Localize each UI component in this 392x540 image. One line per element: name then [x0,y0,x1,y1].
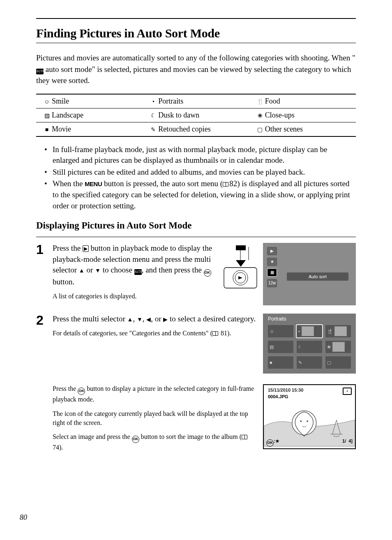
intro-paragraph: Pictures and movies are automatically so… [36,52,356,86]
food-icon: 🍴 [257,98,263,105]
screen3-datetime: 15/11/2010 15:30 [268,388,303,392]
svg-marker-5 [236,260,246,267]
svg-point-8 [307,420,308,422]
down-arrow-icon: ▼ [95,267,101,275]
step-2-note: For details of categories, see "Categori… [53,329,257,338]
menu-autosort-icon: ▦ [267,268,277,277]
menu-playback-icon: ▶ [267,247,277,255]
cat-cell: ☾Dusk to dawn [143,108,249,122]
page-number: 80 [20,513,27,522]
down-arrow-icon: ▼ [137,316,143,324]
grid-cell-smile: ☺ [268,325,293,337]
step-2-text: Press the multi selector ▲, ▼, ◀, or ▶ t… [53,314,257,338]
cat-label: Smile [52,97,69,105]
landscape-icon: ▨ [44,112,50,119]
subheading: Displaying Pictures in Auto Sort Mode [36,220,356,231]
svg-point-7 [300,420,302,422]
grid-cell-other: ▢ [325,356,351,369]
step-2: 2 Press the multi selector ▲, ▼, ◀, or ▶… [36,314,356,452]
book-icon [223,182,228,187]
ok-button-icon: OK [132,436,139,443]
step-1: 1 Press the ▶ button in playback mode to… [36,243,356,305]
svg-point-6 [292,411,316,435]
other-scenes-icon: ▢ [257,126,263,133]
cat-cell: ❀Close-ups [249,108,356,122]
intro-text-a: Pictures and movies are automatically so… [36,53,355,62]
right-arrow-icon: ▶ [163,316,168,324]
cat-cell: 🍴Food [249,94,356,108]
rule-top [36,18,356,19]
bullet-list: In full-frame playback mode, just as wit… [44,144,356,212]
up-arrow-icon: ▲ [127,316,133,324]
step-2-detail: Press the OK button to display a picture… [53,384,257,452]
screen2-title: Portraits [268,316,286,322]
category-table: ☺Smile •Portraits 🍴Food ▨Landscape ☾Dusk… [36,94,356,137]
screen-mock-playback: 15/11/2010 15:30 0004.JPG • OK:★ 1/ 4] [263,384,356,449]
playback-button-icon: ▶ [83,245,89,252]
cat-label: Close-ups [265,111,295,119]
bullet-item: Still pictures can be edited and added t… [44,167,356,178]
left-arrow-icon: ◀ [146,316,151,324]
cat-cell: ▨Landscape [36,108,143,122]
retouched-icon: ✎ [150,126,157,133]
smile-icon: ☺ [44,99,50,105]
menu-resolution-icon: 12м [267,279,277,287]
portraits-icon: • [150,99,157,105]
grid-cell-dusk: ☾ [297,341,322,353]
category-badge-icon: • [343,388,352,395]
svg-rect-4 [236,245,246,250]
cat-label: Food [265,97,280,105]
book-icon [212,331,218,336]
step-number: 1 [36,243,53,305]
cat-label: Movie [52,125,71,133]
cat-label: Other scenes [265,125,303,133]
screen-mock-categories: Portraits ☺ • 🍴 ▨ ☾ ❀ ■ ✎ ▢ [263,314,356,374]
page-ref: 82 [229,179,237,188]
bullet-item: In full-frame playback mode, just as wit… [44,144,356,166]
cat-cell: ▢Other scenes [249,122,356,136]
ok-button-icon: OK [78,388,85,395]
cat-cell: •Portraits [143,94,249,108]
cat-cell: ☺Smile [36,94,143,108]
movie-icon: ■ [44,127,50,133]
press-button-diagram [224,243,257,289]
cat-cell: ✎Retouched copies [143,122,249,136]
screen3-ok-hint: OK:★ [266,438,279,447]
svg-marker-3 [238,276,242,279]
manual-page: Finding Pictures in Auto Sort Mode Pictu… [0,0,392,540]
closeups-icon: ❀ [257,112,263,119]
grid-cell-food: 🍴 [325,325,351,337]
screen3-counter: 4] [348,438,353,443]
cat-label: Portraits [158,97,183,105]
menu-button-label: MENU [85,180,102,187]
screen-mock-menu: ▶ ★ ▦ 12м Auto sort [263,243,356,305]
grid-cell-landscape: ▨ [268,341,293,353]
dusk-icon: ☾ [150,112,157,119]
ok-button-icon: OK [204,269,211,277]
grid-cell-movie: ■ [268,356,293,369]
menu-favorite-icon: ★ [267,258,277,266]
cat-label: Landscape [52,111,83,119]
up-arrow-icon: ▲ [79,267,85,275]
auto-sort-mode-icon: AUTO [134,269,142,275]
rule-sub [36,237,356,237]
grid-cell-retouched: ✎ [297,356,322,369]
step-1-text: Press the ▶ button in playback mode to d… [53,243,218,301]
grid-cell-portraits: • [297,325,322,337]
intro-text-b: auto sort mode" is selected, pictures an… [36,65,351,85]
screen3-index: 1/ [342,438,346,443]
step-number: 2 [36,314,53,452]
page-title: Finding Pictures in Auto Sort Mode [36,26,356,40]
bullet-item: When the MENU button is pressed, the aut… [44,178,356,211]
cat-label: Retouched copies [158,125,210,133]
screen-menu-label: Auto sort [287,272,348,281]
step-1-note: A list of categories is displayed. [53,292,218,301]
rule-bottom [36,43,356,43]
book-icon [242,435,247,439]
cat-label: Dusk to dawn [158,111,199,119]
auto-sort-mode-icon: AUTO [36,69,44,74]
cat-cell: ■Movie [36,122,143,136]
grid-cell-closeups: ❀ [325,341,351,353]
